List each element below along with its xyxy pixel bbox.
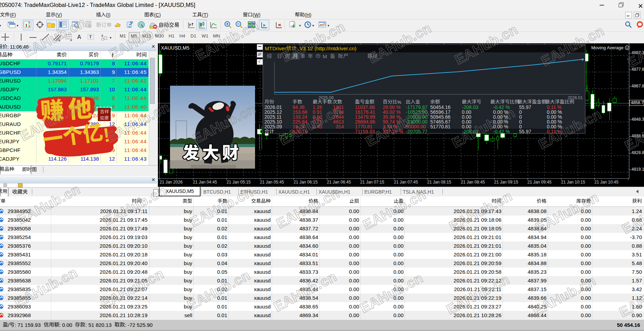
svg-text:T: T bbox=[89, 35, 92, 40]
svg-text:F: F bbox=[70, 39, 72, 42]
svg-text:E: E bbox=[59, 39, 61, 42]
